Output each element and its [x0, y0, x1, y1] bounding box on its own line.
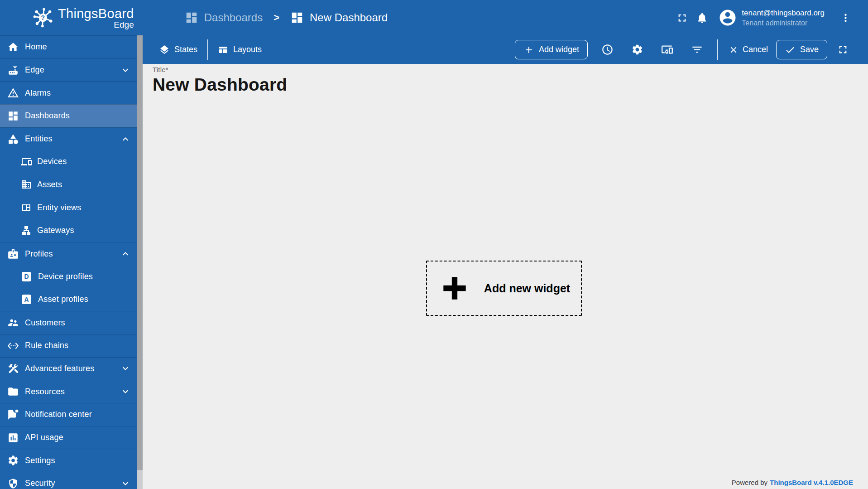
- device-profile-icon: D: [22, 272, 31, 281]
- user-info[interactable]: tenant@thingsboard.org Tenant administra…: [742, 8, 825, 28]
- sidebar-item-label: Dashboards: [25, 111, 70, 121]
- account-circle-icon: [718, 8, 737, 27]
- sidebar-item-entities[interactable]: Entities: [0, 127, 137, 150]
- fullscreen-button[interactable]: [672, 8, 692, 28]
- sidebar-item-device-profiles[interactable]: D Device profiles: [0, 265, 137, 288]
- sidebar-item-assets[interactable]: Assets: [0, 173, 137, 196]
- filters-button[interactable]: [687, 40, 707, 60]
- breadcrumb-label: Dashboards: [204, 11, 263, 24]
- body-row: Home Edge Alarms Dashboards Entities: [0, 35, 868, 489]
- notification-center-icon: [7, 409, 19, 421]
- folder-icon: [7, 386, 19, 397]
- sidebar-item-label: Home: [25, 42, 47, 52]
- sidebar-item-label: Profiles: [25, 249, 53, 259]
- thingsboard-app: ? ThingsBoard Edge Dashboards > New Dash…: [0, 0, 868, 489]
- category-icon: [7, 133, 19, 145]
- sidebar-item-resources[interactable]: Resources: [0, 380, 137, 403]
- scrollbar-thumb[interactable]: [137, 35, 143, 470]
- cancel-label: Cancel: [743, 45, 768, 54]
- time-window-button[interactable]: [598, 40, 618, 60]
- sidebar-item-label: API usage: [25, 433, 63, 442]
- chevron-down-icon: [120, 386, 131, 397]
- dashboards-icon: [7, 110, 19, 122]
- sidebar-item-customers[interactable]: Customers: [0, 311, 137, 334]
- dashboard-toolbar: States Layouts Add widget: [143, 35, 868, 64]
- sidebar-item-security[interactable]: Security: [0, 472, 137, 489]
- add-new-widget-label: Add new widget: [484, 282, 570, 295]
- breadcrumb-dashboards[interactable]: Dashboards: [185, 11, 263, 24]
- powered-by-text: Powered by: [732, 479, 767, 486]
- chevron-down-icon: [120, 65, 131, 76]
- page-title[interactable]: New Dashboard: [153, 75, 287, 95]
- layouts-icon: [218, 44, 229, 55]
- sidebar-item-asset-profiles[interactable]: A Asset profiles: [0, 288, 137, 311]
- layers-icon: [159, 44, 170, 55]
- customers-icon: [7, 317, 19, 329]
- sidebar-item-label: Settings: [25, 456, 55, 465]
- layouts-button[interactable]: Layouts: [218, 44, 262, 55]
- sidebar-item-alarms[interactable]: Alarms: [0, 81, 137, 104]
- sidebar-scrollbar[interactable]: [137, 35, 143, 489]
- plus-icon: [523, 44, 534, 55]
- sidebar-item-api-usage[interactable]: API usage: [0, 426, 137, 449]
- breadcrumb: Dashboards > New Dashboard: [185, 11, 388, 24]
- dashboards-icon: [185, 11, 198, 24]
- shield-icon: [7, 478, 19, 489]
- sidebar-item-profiles[interactable]: Profiles: [0, 242, 137, 265]
- sidebar-item-advanced-features[interactable]: Advanced features: [0, 357, 137, 380]
- sidebar-item-rule-chains[interactable]: Rule chains: [0, 334, 137, 357]
- sidebar-item-devices[interactable]: Devices: [0, 150, 137, 173]
- app-header: ? ThingsBoard Edge Dashboards > New Dash…: [0, 0, 868, 35]
- lan-icon: [21, 225, 32, 236]
- sidebar-item-home[interactable]: Home: [0, 35, 137, 58]
- sidebar-item-gateways[interactable]: Gateways: [0, 219, 137, 242]
- user-role: Tenant administrator: [742, 18, 825, 28]
- thingsboard-logo[interactable]: ? ThingsBoard Edge: [32, 6, 134, 29]
- sidebar-item-settings[interactable]: Settings: [0, 449, 137, 472]
- badge-icon: [7, 248, 19, 260]
- chevron-up-icon: [120, 134, 131, 145]
- version-link[interactable]: ThingsBoard v.4.1.0EDGE: [770, 479, 853, 486]
- more-menu-button[interactable]: [835, 8, 855, 28]
- toolbar-divider: [717, 39, 718, 60]
- fullscreen-icon: [676, 12, 688, 24]
- states-label: States: [174, 45, 197, 54]
- logo-text: ThingsBoard Edge: [58, 7, 134, 29]
- dashboard-settings-button[interactable]: [628, 40, 647, 60]
- filter-icon: [691, 44, 703, 56]
- fullscreen-icon: [837, 44, 849, 56]
- toolbar-fullscreen-button[interactable]: [833, 40, 853, 60]
- add-new-widget-box[interactable]: Add new widget: [426, 261, 582, 316]
- entity-aliases-button[interactable]: [657, 40, 677, 60]
- sidebar-item-label: Advanced features: [25, 364, 95, 373]
- sidebar-item-label: Notification center: [25, 410, 92, 419]
- sidebar-item-edge[interactable]: Edge: [0, 58, 137, 82]
- main-column: States Layouts Add widget: [143, 35, 868, 489]
- asset-profile-icon: A: [22, 295, 31, 304]
- toolbar-right: Add widget: [515, 39, 853, 60]
- home-icon: [7, 41, 19, 53]
- user-avatar[interactable]: [718, 8, 737, 27]
- notifications-button[interactable]: [692, 8, 712, 28]
- breadcrumb-new-dashboard: New Dashboard: [290, 11, 388, 24]
- bell-icon: [696, 12, 708, 24]
- sidebar-item-label: Customers: [25, 318, 65, 328]
- domain-icon: [21, 179, 32, 190]
- router-icon: [7, 64, 19, 76]
- sidebar-item-label: Asset profiles: [38, 295, 88, 304]
- add-widget-button[interactable]: Add widget: [515, 40, 588, 59]
- sidebar-item-notification-center[interactable]: Notification center: [0, 403, 137, 426]
- chevron-down-icon: [120, 363, 131, 374]
- dashboard-content: Title* New Dashboard Add new widget Powe…: [143, 64, 868, 489]
- construction-icon: [7, 363, 19, 374]
- save-button[interactable]: Save: [776, 40, 827, 59]
- sidebar-item-label: Device profiles: [38, 272, 93, 281]
- sidebar-item-entity-views[interactable]: Entity views: [0, 196, 137, 219]
- cancel-button[interactable]: Cancel: [723, 40, 773, 60]
- sidebar-item-label: Edge: [25, 65, 44, 75]
- svg-text:?: ?: [41, 14, 45, 21]
- states-button[interactable]: States: [159, 44, 197, 55]
- sidebar-item-label: Entity views: [37, 203, 81, 213]
- user-email: tenant@thingsboard.org: [742, 8, 825, 18]
- sidebar-item-dashboards[interactable]: Dashboards: [0, 104, 137, 127]
